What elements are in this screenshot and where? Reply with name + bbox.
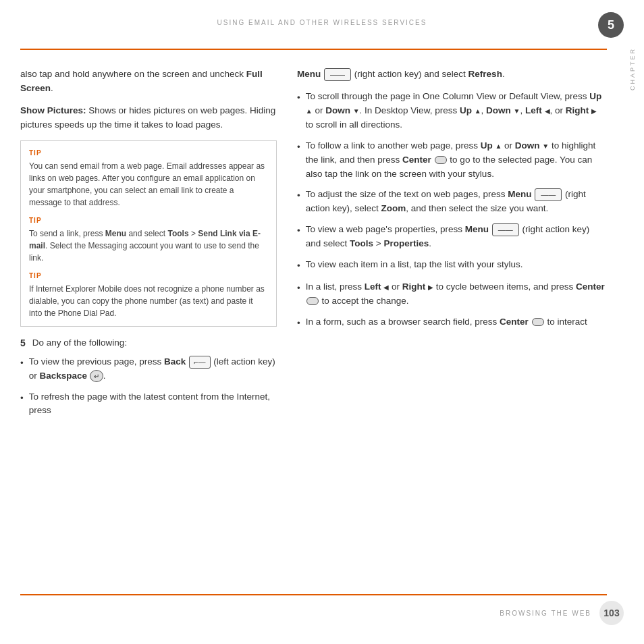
list-item: • In a form, such as a browser search fi… xyxy=(297,315,607,331)
list-item: • In a list, press Left or Right to cycl… xyxy=(297,280,607,308)
header-title: USING EMAIL AND OTHER WIRELESS SERVICES xyxy=(217,19,427,26)
list-item: • To refresh the page with the latest co… xyxy=(20,390,277,419)
list-item: • To adjust the size of the text on web … xyxy=(297,188,607,216)
list-item: • To view the previous page, press Back … xyxy=(20,355,277,383)
top-divider xyxy=(20,49,607,50)
tip-box: TIP You can send email from a web page. … xyxy=(20,140,277,327)
chapter-number: 5 xyxy=(608,18,614,32)
page-footer: BROWSING THE WEB 103 xyxy=(0,601,644,625)
chapter-badge: 5 xyxy=(598,12,624,38)
list-item: • To view a web page's properties, press… xyxy=(297,223,607,251)
show-pictures-paragraph: Show Pictures: Shows or hides pictures o… xyxy=(20,104,277,132)
tip-2: TIP To send a link, press Menu and selec… xyxy=(29,215,268,264)
intro-paragraph: also tap and hold anywhere on the screen… xyxy=(20,68,277,96)
list-item: • To follow a link to another web page, … xyxy=(297,139,607,182)
page-number-badge: 103 xyxy=(599,601,624,625)
tip-3: TIP If Internet Explorer Mobile does not… xyxy=(29,271,268,319)
page-number: 103 xyxy=(603,608,619,618)
step-5: 5 Do any of the following: xyxy=(20,338,277,348)
right-bullet-list: • To scroll through the page in One Colu… xyxy=(297,90,607,331)
left-column: also tap and hold anywhere on the screen… xyxy=(20,54,277,590)
left-bullet-list: • To view the previous page, press Back … xyxy=(20,355,277,419)
main-content: also tap and hold anywhere on the screen… xyxy=(20,54,607,590)
footer-text: BROWSING THE WEB xyxy=(500,610,591,617)
list-item: • To scroll through the page in One Colu… xyxy=(297,90,607,132)
chapter-vertical-label: CHAPTER xyxy=(629,47,636,90)
right-column: Menu —— (right action key) and select Re… xyxy=(297,54,607,590)
bottom-divider xyxy=(20,594,607,595)
tip-1: TIP You can send email from a web page. … xyxy=(29,148,268,209)
right-intro: Menu —— (right action key) and select Re… xyxy=(297,68,607,82)
page-header: USING EMAIL AND OTHER WIRELESS SERVICES xyxy=(0,19,644,26)
list-item: • To view each item in a list, tap the l… xyxy=(297,258,607,273)
